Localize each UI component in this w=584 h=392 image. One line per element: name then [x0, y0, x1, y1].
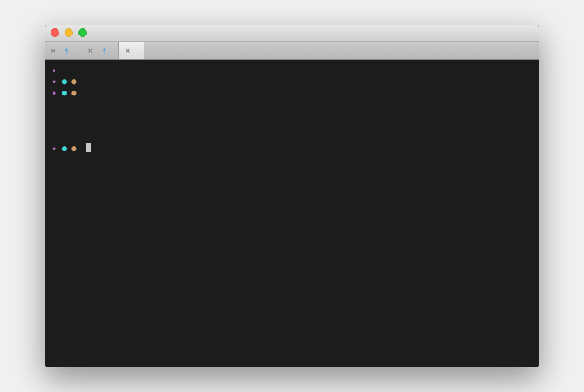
bolt-icon: [63, 47, 71, 55]
titlebar: [45, 25, 539, 42]
close-icon[interactable]: [51, 28, 59, 37]
tab-bar: × × ×: [45, 42, 539, 60]
tab-3[interactable]: ×: [119, 42, 144, 59]
prompt-line-2: ▸ ● ●: [52, 75, 532, 86]
prompt-line-4: ▸ ● ●: [52, 142, 532, 153]
minimize-icon[interactable]: [65, 28, 73, 37]
traffic-lights: [51, 28, 87, 37]
prompt-line-1: ▸: [52, 65, 532, 75]
terminal-content[interactable]: ▸ ▸ ● ● ▸ ● ● ▸ ● ●: [45, 60, 539, 367]
close-icon[interactable]: ×: [88, 46, 92, 55]
terminal-window: × × × ▸ ▸ ● ● ▸ ● ● ▸ ● ●: [45, 25, 539, 367]
bolt-icon: [101, 47, 108, 55]
blank-1: [52, 98, 532, 108]
blank-4: [52, 131, 532, 142]
cursor: [86, 143, 91, 152]
prompt-line-3: ▸ ● ●: [52, 87, 532, 98]
blank-2: [52, 109, 532, 120]
close-icon[interactable]: ×: [125, 46, 130, 55]
maximize-icon[interactable]: [78, 28, 87, 37]
tab-2[interactable]: ×: [81, 42, 118, 59]
tab-1[interactable]: ×: [45, 42, 81, 59]
blank-3: [52, 120, 532, 131]
close-icon[interactable]: ×: [51, 46, 55, 55]
